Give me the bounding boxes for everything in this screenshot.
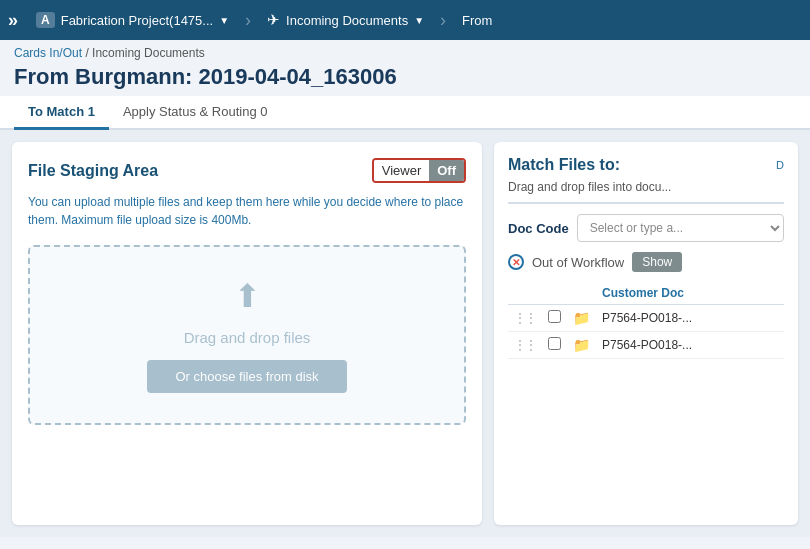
nav-logo: » [8,10,18,31]
workflow-circle-icon: ✕ [508,254,524,270]
nav-from-label: From [462,13,492,28]
table-row: ⋮⋮ 📁 P7564-PO018-... [508,305,784,332]
match-files-panel: Match Files to: D Drag and drop files in… [494,142,798,525]
match-files-header: Match Files to: D [508,156,784,174]
staging-description: You can upload multiple files and keep t… [28,193,466,229]
main-content: File Staging Area Viewer Off You can upl… [0,130,810,537]
staging-panel-title: File Staging Area [28,162,158,180]
file-staging-panel: File Staging Area Viewer Off You can upl… [12,142,482,525]
drag-handle-icon[interactable]: ⋮⋮ [514,311,536,325]
doc-code-select[interactable]: Select or type a... [577,214,784,242]
viewer-toggle[interactable]: Viewer Off [372,158,466,183]
nav-item-project[interactable]: A Fabrication Project(1475... ▼ [26,8,239,32]
documents-table: Customer Doc ⋮⋮ 📁 P7564-PO018-... ⋮⋮ 📁 P… [508,282,784,359]
workflow-row: ✕ Out of Workflow Show [508,252,784,272]
match-files-description: Drag and drop files into docu... [508,180,784,204]
col-header-customer-doc: Customer Doc [596,282,784,305]
choose-files-button[interactable]: Or choose files from disk [147,360,347,393]
customer-doc-cell: P7564-PO018-... [596,332,784,359]
workflow-label: Out of Workflow [532,255,624,270]
match-files-title: Match Files to: [508,156,620,174]
tab-to-match[interactable]: To Match 1 [14,96,109,130]
row-checkbox[interactable] [548,337,561,350]
staging-panel-header: File Staging Area Viewer Off [28,158,466,183]
drag-handle-icon[interactable]: ⋮⋮ [514,338,536,352]
folder-icon[interactable]: 📁 [573,337,590,353]
viewer-toggle-state: Off [429,160,464,181]
doc-code-row: Doc Code Select or type a... [508,214,784,242]
customer-doc-cell: P7564-PO018-... [596,305,784,332]
tabs-bar: To Match 1 Apply Status & Routing 0 [0,96,810,130]
nav-project-label: Fabrication Project(1475... [61,13,213,28]
page-title: From Burgmann: 2019-04-04_163006 [0,62,810,96]
table-header-row: Customer Doc [508,282,784,305]
nav-item-incoming-docs[interactable]: ✈ Incoming Documents ▼ [257,7,434,33]
nav-separator-1: › [245,10,251,31]
drop-text: Drag and drop files [184,329,311,346]
breadcrumb: Cards In/Out / Incoming Documents [0,40,810,62]
top-navigation: » A Fabrication Project(1475... ▼ › ✈ In… [0,0,810,40]
tab-apply-status[interactable]: Apply Status & Routing 0 [109,96,282,130]
nav-incoming-docs-label: Incoming Documents [286,13,408,28]
project-icon: A [36,12,55,28]
breadcrumb-incoming-docs: Incoming Documents [92,46,205,60]
doc-code-label: Doc Code [508,221,569,236]
folder-icon[interactable]: 📁 [573,310,590,326]
nav-separator-2: › [440,10,446,31]
upload-icon: ⬆ [234,277,261,315]
nav-item-from[interactable]: From [452,9,502,32]
drop-zone[interactable]: ⬆ Drag and drop files Or choose files fr… [28,245,466,425]
col-header-drag [508,282,542,305]
breadcrumb-cards-inout[interactable]: Cards In/Out [14,46,82,60]
table-row: ⋮⋮ 📁 P7564-PO018-... [508,332,784,359]
incoming-docs-chevron-icon: ▼ [414,15,424,26]
col-header-folder [567,282,596,305]
col-header-check [542,282,567,305]
row-checkbox[interactable] [548,310,561,323]
incoming-docs-icon: ✈ [267,11,280,29]
viewer-toggle-label: Viewer [374,160,430,181]
workflow-show-button[interactable]: Show [632,252,682,272]
project-chevron-icon: ▼ [219,15,229,26]
match-files-panel-icon[interactable]: D [776,159,784,171]
